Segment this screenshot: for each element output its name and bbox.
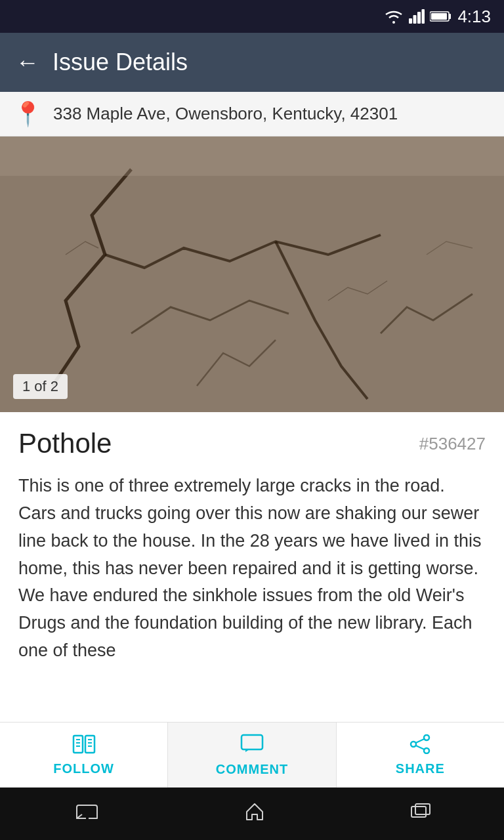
comment-button[interactable]: COMMENT: [167, 723, 336, 788]
sys-back-button[interactable]: [73, 802, 99, 826]
sys-home-button[interactable]: [244, 801, 265, 827]
svg-rect-24: [411, 807, 426, 817]
svg-point-20: [424, 748, 429, 753]
svg-point-21: [411, 742, 416, 747]
svg-rect-9: [0, 136, 504, 176]
road-image: [0, 136, 504, 412]
nav-bar: ← Issue Details: [0, 33, 504, 92]
comment-label: COMMENT: [216, 762, 288, 777]
action-bar: FOLLOW COMMENT SHARE: [0, 722, 504, 788]
location-pin-icon: 📍: [13, 100, 43, 128]
svg-rect-6: [431, 13, 447, 20]
svg-rect-7: [0, 136, 504, 412]
follow-icon: [72, 734, 96, 757]
wifi-icon: [384, 9, 404, 24]
svg-rect-11: [85, 736, 94, 753]
address-text: 338 Maple Ave, Owensboro, Kentucky, 4230…: [53, 104, 398, 124]
svg-rect-18: [242, 735, 262, 749]
svg-line-22: [416, 739, 425, 743]
issue-title: Pothole: [18, 428, 112, 459]
svg-rect-5: [449, 14, 451, 19]
status-bar: 4:13: [0, 0, 504, 33]
svg-line-23: [416, 746, 425, 749]
svg-rect-2: [417, 12, 421, 24]
signal-icon: [409, 9, 425, 24]
follow-button[interactable]: FOLLOW: [0, 723, 167, 788]
issue-id: #536427: [419, 434, 486, 454]
content-area: Pothole #536427 This is one of three ext…: [0, 412, 504, 722]
follow-label: FOLLOW: [53, 761, 114, 776]
svg-rect-1: [413, 15, 417, 24]
page-title: Issue Details: [52, 49, 188, 76]
battery-icon: [430, 10, 452, 22]
address-bar: 📍 338 Maple Ave, Owensboro, Kentucky, 42…: [0, 92, 504, 136]
share-button[interactable]: SHARE: [337, 723, 504, 788]
issue-header: Pothole #536427: [18, 428, 486, 459]
issue-image-container[interactable]: 1 of 2: [0, 136, 504, 412]
crack-overlay: [0, 136, 504, 412]
share-label: SHARE: [396, 761, 445, 776]
share-icon: [408, 734, 432, 757]
comment-icon: [240, 734, 264, 758]
svg-rect-10: [74, 736, 83, 753]
system-nav-bar: [0, 788, 504, 840]
svg-point-19: [424, 735, 429, 740]
svg-rect-3: [422, 9, 425, 24]
svg-rect-25: [415, 804, 430, 814]
issue-description: This is one of three extremely large cra…: [18, 472, 486, 665]
status-time: 4:13: [457, 7, 491, 27]
svg-rect-0: [409, 18, 412, 24]
sys-recents-button[interactable]: [410, 803, 431, 826]
status-icons: 4:13: [384, 7, 491, 27]
back-button[interactable]: ←: [16, 49, 39, 76]
image-counter: 1 of 2: [13, 374, 68, 399]
